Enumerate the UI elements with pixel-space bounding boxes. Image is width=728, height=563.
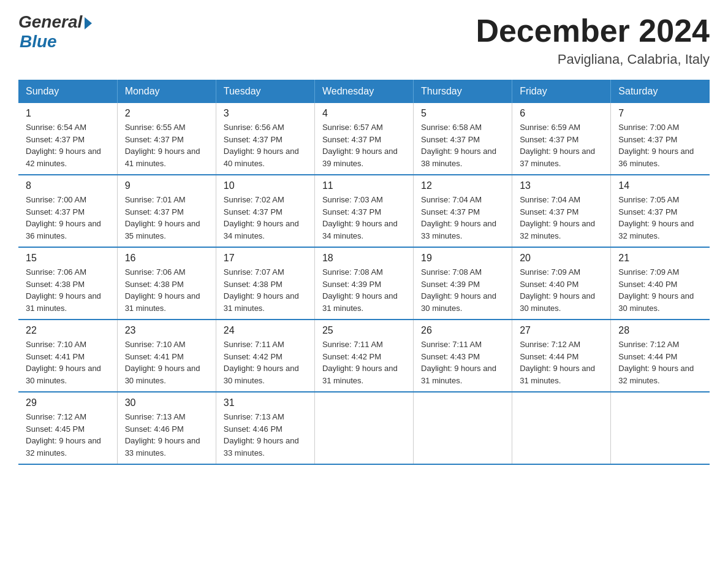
calendar-cell: 19Sunrise: 7:08 AMSunset: 4:39 PMDayligh… xyxy=(414,247,512,320)
calendar-cell: 14Sunrise: 7:05 AMSunset: 4:37 PMDayligh… xyxy=(611,175,710,247)
day-info: Sunrise: 6:54 AMSunset: 4:37 PMDaylight:… xyxy=(26,121,110,169)
calendar-cell: 26Sunrise: 7:11 AMSunset: 4:43 PMDayligh… xyxy=(414,320,512,392)
calendar-table: SundayMondayTuesdayWednesdayThursdayFrid… xyxy=(18,80,710,465)
calendar-cell: 10Sunrise: 7:02 AMSunset: 4:37 PMDayligh… xyxy=(216,175,314,247)
day-info: Sunrise: 7:10 AMSunset: 4:41 PMDaylight:… xyxy=(26,339,110,386)
calendar-cell: 17Sunrise: 7:07 AMSunset: 4:38 PMDayligh… xyxy=(216,247,314,320)
day-info: Sunrise: 6:58 AMSunset: 4:37 PMDaylight:… xyxy=(421,121,504,169)
calendar-cell: 4Sunrise: 6:57 AMSunset: 4:37 PMDaylight… xyxy=(314,103,413,175)
day-number: 3 xyxy=(224,108,307,119)
header-monday: Monday xyxy=(117,80,216,103)
day-info: Sunrise: 7:05 AMSunset: 4:37 PMDaylight:… xyxy=(618,194,702,242)
day-number: 22 xyxy=(26,325,110,336)
day-number: 29 xyxy=(26,397,110,408)
day-number: 26 xyxy=(421,325,504,336)
calendar-cell: 22Sunrise: 7:10 AMSunset: 4:41 PMDayligh… xyxy=(18,320,117,392)
day-info: Sunrise: 7:12 AMSunset: 4:44 PMDaylight:… xyxy=(520,339,603,386)
day-info: Sunrise: 6:59 AMSunset: 4:37 PMDaylight:… xyxy=(520,121,603,169)
day-number: 8 xyxy=(26,180,110,191)
day-info: Sunrise: 7:01 AMSunset: 4:37 PMDaylight:… xyxy=(125,194,208,242)
day-number: 2 xyxy=(125,108,208,119)
day-number: 17 xyxy=(224,253,307,264)
day-info: Sunrise: 7:04 AMSunset: 4:37 PMDaylight:… xyxy=(421,194,504,242)
calendar-cell: 7Sunrise: 7:00 AMSunset: 4:37 PMDaylight… xyxy=(611,103,710,175)
calendar-week-row: 29Sunrise: 7:12 AMSunset: 4:45 PMDayligh… xyxy=(18,392,710,464)
day-number: 28 xyxy=(618,325,702,336)
day-number: 9 xyxy=(125,180,208,191)
logo-blue-text: Blue xyxy=(20,32,57,52)
day-number: 25 xyxy=(322,325,406,336)
header-wednesday: Wednesday xyxy=(314,80,413,103)
calendar-cell: 16Sunrise: 7:06 AMSunset: 4:38 PMDayligh… xyxy=(117,247,216,320)
day-info: Sunrise: 6:56 AMSunset: 4:37 PMDaylight:… xyxy=(224,121,307,169)
calendar-cell: 21Sunrise: 7:09 AMSunset: 4:40 PMDayligh… xyxy=(611,247,710,320)
day-info: Sunrise: 7:00 AMSunset: 4:37 PMDaylight:… xyxy=(26,194,110,242)
day-number: 24 xyxy=(224,325,307,336)
day-info: Sunrise: 7:06 AMSunset: 4:38 PMDaylight:… xyxy=(26,266,110,314)
calendar-cell: 20Sunrise: 7:09 AMSunset: 4:40 PMDayligh… xyxy=(512,247,611,320)
month-title: December 2024 xyxy=(476,12,710,49)
day-info: Sunrise: 7:12 AMSunset: 4:45 PMDaylight:… xyxy=(26,411,110,459)
day-info: Sunrise: 7:04 AMSunset: 4:37 PMDaylight:… xyxy=(520,194,603,242)
calendar-cell: 23Sunrise: 7:10 AMSunset: 4:41 PMDayligh… xyxy=(117,320,216,392)
header-saturday: Saturday xyxy=(611,80,710,103)
day-info: Sunrise: 6:55 AMSunset: 4:37 PMDaylight:… xyxy=(125,121,208,169)
logo-arrow-icon xyxy=(85,17,92,29)
day-info: Sunrise: 7:13 AMSunset: 4:46 PMDaylight:… xyxy=(224,411,307,459)
calendar-cell: 5Sunrise: 6:58 AMSunset: 4:37 PMDaylight… xyxy=(414,103,512,175)
logo-general-text: General xyxy=(18,12,82,32)
day-number: 1 xyxy=(26,108,110,119)
calendar-cell: 15Sunrise: 7:06 AMSunset: 4:38 PMDayligh… xyxy=(18,247,117,320)
day-info: Sunrise: 7:07 AMSunset: 4:38 PMDaylight:… xyxy=(224,266,307,314)
day-number: 15 xyxy=(26,253,110,264)
calendar-week-row: 15Sunrise: 7:06 AMSunset: 4:38 PMDayligh… xyxy=(18,247,710,320)
calendar-cell: 30Sunrise: 7:13 AMSunset: 4:46 PMDayligh… xyxy=(117,392,216,464)
day-number: 27 xyxy=(520,325,603,336)
calendar-header-row: SundayMondayTuesdayWednesdayThursdayFrid… xyxy=(18,80,710,103)
calendar-cell: 29Sunrise: 7:12 AMSunset: 4:45 PMDayligh… xyxy=(18,392,117,464)
day-number: 18 xyxy=(322,253,406,264)
calendar-cell: 31Sunrise: 7:13 AMSunset: 4:46 PMDayligh… xyxy=(216,392,314,464)
calendar-cell: 3Sunrise: 6:56 AMSunset: 4:37 PMDaylight… xyxy=(216,103,314,175)
day-number: 16 xyxy=(125,253,208,264)
header-tuesday: Tuesday xyxy=(216,80,314,103)
day-number: 5 xyxy=(421,108,504,119)
day-info: Sunrise: 7:11 AMSunset: 4:42 PMDaylight:… xyxy=(322,339,406,386)
day-info: Sunrise: 7:13 AMSunset: 4:46 PMDaylight:… xyxy=(125,411,208,459)
header-friday: Friday xyxy=(512,80,611,103)
day-number: 12 xyxy=(421,180,504,191)
page-header: General Blue December 2024 Pavigliana, C… xyxy=(18,12,710,67)
day-number: 6 xyxy=(520,108,603,119)
day-info: Sunrise: 7:11 AMSunset: 4:43 PMDaylight:… xyxy=(421,339,504,386)
calendar-cell: 2Sunrise: 6:55 AMSunset: 4:37 PMDaylight… xyxy=(117,103,216,175)
calendar-cell: 1Sunrise: 6:54 AMSunset: 4:37 PMDaylight… xyxy=(18,103,117,175)
calendar-cell: 24Sunrise: 7:11 AMSunset: 4:42 PMDayligh… xyxy=(216,320,314,392)
calendar-week-row: 22Sunrise: 7:10 AMSunset: 4:41 PMDayligh… xyxy=(18,320,710,392)
day-number: 10 xyxy=(224,180,307,191)
calendar-cell: 12Sunrise: 7:04 AMSunset: 4:37 PMDayligh… xyxy=(414,175,512,247)
day-number: 13 xyxy=(520,180,603,191)
calendar-cell: 13Sunrise: 7:04 AMSunset: 4:37 PMDayligh… xyxy=(512,175,611,247)
calendar-cell: 28Sunrise: 7:12 AMSunset: 4:44 PMDayligh… xyxy=(611,320,710,392)
day-info: Sunrise: 7:08 AMSunset: 4:39 PMDaylight:… xyxy=(421,266,504,314)
calendar-cell xyxy=(314,392,413,464)
day-info: Sunrise: 7:08 AMSunset: 4:39 PMDaylight:… xyxy=(322,266,406,314)
day-number: 23 xyxy=(125,325,208,336)
day-number: 19 xyxy=(421,253,504,264)
day-info: Sunrise: 7:03 AMSunset: 4:37 PMDaylight:… xyxy=(322,194,406,242)
day-info: Sunrise: 7:00 AMSunset: 4:37 PMDaylight:… xyxy=(618,121,702,169)
title-area: December 2024 Pavigliana, Calabria, Ital… xyxy=(476,12,710,67)
day-info: Sunrise: 7:06 AMSunset: 4:38 PMDaylight:… xyxy=(125,266,208,314)
calendar-cell xyxy=(414,392,512,464)
day-info: Sunrise: 7:11 AMSunset: 4:42 PMDaylight:… xyxy=(224,339,307,386)
day-number: 21 xyxy=(618,253,702,264)
calendar-cell: 27Sunrise: 7:12 AMSunset: 4:44 PMDayligh… xyxy=(512,320,611,392)
calendar-week-row: 1Sunrise: 6:54 AMSunset: 4:37 PMDaylight… xyxy=(18,103,710,175)
calendar-cell: 18Sunrise: 7:08 AMSunset: 4:39 PMDayligh… xyxy=(314,247,413,320)
location-title: Pavigliana, Calabria, Italy xyxy=(476,52,710,67)
calendar-cell: 25Sunrise: 7:11 AMSunset: 4:42 PMDayligh… xyxy=(314,320,413,392)
day-info: Sunrise: 6:57 AMSunset: 4:37 PMDaylight:… xyxy=(322,121,406,169)
calendar-cell xyxy=(611,392,710,464)
calendar-week-row: 8Sunrise: 7:00 AMSunset: 4:37 PMDaylight… xyxy=(18,175,710,247)
logo: General Blue xyxy=(18,12,92,52)
